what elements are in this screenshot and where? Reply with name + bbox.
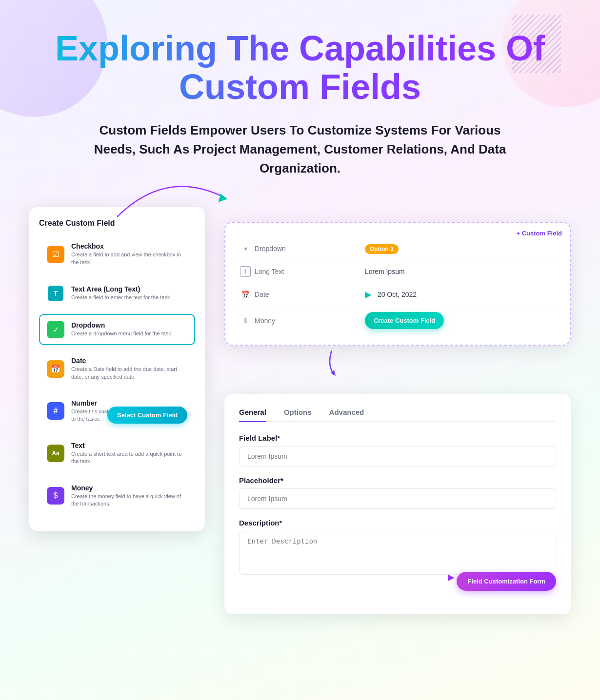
panel-title: Create Custom Field xyxy=(39,219,195,228)
field-customization-form-button[interactable]: Field Customization Form xyxy=(457,572,556,591)
longtext-value: Lorem Ipsum xyxy=(360,260,560,283)
text-icon: Aa xyxy=(47,445,64,462)
date-value: 20 Oct, 2022 xyxy=(378,291,417,298)
date-icon: 📅 xyxy=(47,360,64,378)
form-tabs: General Options Advanced xyxy=(239,408,556,422)
money-icon: $ xyxy=(47,487,64,505)
longtext-type-cell: T Long Text xyxy=(240,266,355,277)
arrow-purple: ▶ xyxy=(448,572,455,591)
create-custom-field-button[interactable]: Create Custom Field xyxy=(365,312,444,329)
subtitle: Custom Fields Empower Users To Customize… xyxy=(80,121,520,178)
longtext-label: Long Text xyxy=(255,268,284,275)
arrow-teal: ▶ xyxy=(365,289,372,300)
main-title: Exploring The Capabilities Of Custom Fie… xyxy=(29,29,571,106)
text-text: Text Create a short text area to add a q… xyxy=(71,442,187,466)
textarea-icon: T xyxy=(47,285,64,302)
option3-badge: Option 3 xyxy=(365,244,399,254)
field-label-input[interactable] xyxy=(239,446,556,467)
table-row-longtext: T Long Text Lorem Ipsum xyxy=(235,260,560,283)
field-item-date[interactable]: 📅 Date Create a Date field to add the du… xyxy=(39,350,195,388)
textarea-text: Text Area (Long Text) Create a field to … xyxy=(71,285,187,301)
description-label: Description* xyxy=(239,519,556,527)
custom-field-link[interactable]: + Custom Field xyxy=(516,230,562,237)
field-label-group: Field Label* xyxy=(239,434,556,467)
dropdown-icon: ✓ xyxy=(47,321,64,338)
date-type-cell: 📅 Date xyxy=(240,289,355,300)
field-item-textarea[interactable]: T Text Area (Long Text) Create a field t… xyxy=(39,278,195,309)
money-label: Money xyxy=(255,317,275,325)
svg-marker-0 xyxy=(216,192,227,202)
date-type-icon: 📅 xyxy=(240,289,251,300)
tab-advanced[interactable]: Advanced xyxy=(329,408,364,422)
field-item-dropdown[interactable]: ✓ Dropdown Create a dropdown menu field … xyxy=(39,314,195,345)
placeholder-group: Placeholder* xyxy=(239,476,556,509)
tab-general[interactable]: General xyxy=(239,408,266,422)
money-text: Money Create the money field to have a q… xyxy=(71,484,187,508)
field-item-checkbox[interactable]: ☑ Checkbox Create a field to add and vie… xyxy=(39,235,195,273)
field-item-money[interactable]: $ Money Create the money field to have a… xyxy=(39,477,195,515)
form-panel: General Options Advanced Field Label* Pl… xyxy=(224,394,571,614)
number-icon: # xyxy=(47,402,64,420)
money-type-cell: $ Money xyxy=(240,315,355,326)
left-panel: Create Custom Field ☑ Checkbox Create a … xyxy=(29,207,205,531)
dropdown-type-icon: ▾ xyxy=(240,243,251,254)
table-row-date: 📅 Date ▶ 20 Oct, 2022 xyxy=(235,283,560,306)
arrow-down-svg xyxy=(322,350,361,380)
checkbox-icon: ☑ xyxy=(47,246,64,263)
placeholder-input[interactable] xyxy=(239,488,556,509)
checkbox-text: Checkbox Create a field to add and view … xyxy=(71,242,187,266)
dropdown-type-cell: ▾ Dropdown xyxy=(240,243,355,254)
field-table: ▾ Dropdown Option 3 T xyxy=(235,237,560,335)
right-panels: + Custom Field ▾ Dropdown Option 3 xyxy=(224,207,571,614)
field-label-label: Field Label* xyxy=(239,434,556,442)
table-row-money: $ Money Create Custom Field xyxy=(235,306,560,335)
table-row-dropdown: ▾ Dropdown Option 3 xyxy=(235,237,560,260)
money-type-icon: $ xyxy=(240,315,251,326)
arrow-down-area xyxy=(224,360,571,375)
description-group: Description* ▶ Field Customization Form xyxy=(239,519,556,591)
longtext-type-icon: T xyxy=(240,266,251,277)
date-text: Date Create a Date field to add the due … xyxy=(71,357,187,381)
table-panel: + Custom Field ▾ Dropdown Option 3 xyxy=(224,222,571,346)
header-section: Exploring The Capabilities Of Custom Fie… xyxy=(29,29,571,178)
dropdown-label: Dropdown xyxy=(255,245,286,253)
placeholder-label: Placeholder* xyxy=(239,476,556,485)
description-textarea[interactable] xyxy=(239,531,556,575)
select-custom-field-button[interactable]: Select Custom Field xyxy=(107,407,187,424)
content-area: Create Custom Field ☑ Checkbox Create a … xyxy=(29,207,571,614)
dropdown-text: Dropdown Create a dropdown menu field fo… xyxy=(71,321,187,337)
tab-options[interactable]: Options xyxy=(284,408,312,422)
fcf-btn-container: ▶ Field Customization Form xyxy=(239,572,556,591)
field-item-text[interactable]: Aa Text Create a short text area to add … xyxy=(39,435,195,472)
date-label: Date xyxy=(255,291,269,298)
